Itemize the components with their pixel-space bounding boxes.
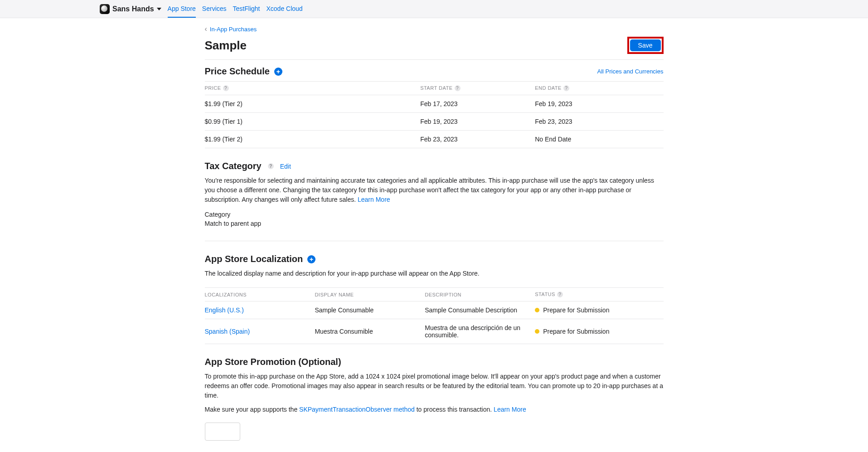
chevron-down-icon [157, 8, 161, 10]
start-cell: Feb 19, 2023 [420, 113, 535, 131]
table-row: $0.99 (Tier 1) Feb 19, 2023 Feb 23, 2023 [205, 113, 664, 131]
help-icon[interactable]: ? [223, 85, 229, 91]
display-header: DISPLAY NAME [315, 292, 354, 297]
promotion-support-text: Make sure your app supports the SKPaymen… [205, 405, 664, 414]
end-cell: No End Date [535, 131, 663, 148]
observer-method-link[interactable]: SKPaymentTransactionObserver method [299, 406, 415, 413]
localization-table: LOCALIZATIONS DISPLAY NAME DESCRIPTION S… [205, 287, 664, 344]
tax-learn-more-link[interactable]: Learn More [358, 196, 390, 203]
add-price-icon[interactable]: + [274, 68, 282, 76]
save-highlight-box: Save [627, 37, 664, 54]
add-localization-icon[interactable]: + [307, 255, 315, 263]
help-icon[interactable]: ? [268, 163, 274, 169]
end-cell: Feb 23, 2023 [535, 113, 663, 131]
table-row: Spanish (Spain) Muestra Consumible Muest… [205, 319, 664, 344]
app-icon [100, 4, 110, 14]
display-cell: Sample Consumable [315, 301, 425, 319]
loc-header: LOCALIZATIONS [205, 292, 247, 297]
tab-services[interactable]: Services [202, 0, 227, 18]
price-header: PRICE [205, 85, 221, 91]
price-cell: $1.99 (Tier 2) [205, 95, 421, 113]
all-prices-link[interactable]: All Prices and Currencies [597, 68, 664, 75]
nav-tabs: App Store Services TestFlight Xcode Clou… [168, 0, 303, 18]
table-row: $1.99 (Tier 2) Feb 17, 2023 Feb 19, 2023 [205, 95, 664, 113]
desc-header: DESCRIPTION [425, 292, 461, 297]
end-cell: Feb 19, 2023 [535, 95, 663, 113]
status-dot-icon [535, 329, 539, 334]
edit-tax-link[interactable]: Edit [280, 163, 291, 170]
help-icon[interactable]: ? [563, 85, 569, 91]
status-text: Prepare for Submission [543, 306, 609, 314]
app-name: Sans Hands [112, 5, 154, 13]
start-cell: Feb 17, 2023 [420, 95, 535, 113]
promo-image-upload[interactable] [205, 423, 240, 441]
tax-category-title: Tax Category [205, 161, 262, 171]
price-cell: $1.99 (Tier 2) [205, 131, 421, 148]
promotion-description: To promote this in-app purchase on the A… [205, 372, 664, 400]
end-date-header: END DATE [535, 85, 562, 91]
start-date-header: START DATE [420, 85, 452, 91]
chevron-left-icon: ‹ [205, 25, 207, 33]
promotion-title: App Store Promotion (Optional) [205, 357, 341, 367]
promotion-learn-more-link[interactable]: Learn More [494, 406, 526, 413]
price-schedule-table: PRICE? START DATE? END DATE? $1.99 (Tier… [205, 81, 664, 148]
top-navigation-bar: Sans Hands App Store Services TestFlight… [0, 0, 868, 18]
tab-xcode-cloud[interactable]: Xcode Cloud [266, 0, 302, 18]
tab-app-store[interactable]: App Store [168, 0, 196, 18]
divider [205, 241, 664, 241]
app-selector[interactable]: Sans Hands [100, 4, 161, 14]
category-label: Category [205, 211, 664, 218]
localization-title: App Store Localization [205, 254, 303, 264]
price-cell: $0.99 (Tier 1) [205, 113, 421, 131]
help-icon[interactable]: ? [557, 292, 563, 297]
breadcrumb[interactable]: ‹ In-App Purchases [205, 25, 664, 33]
tab-testflight[interactable]: TestFlight [233, 0, 260, 18]
category-value: Match to parent app [205, 220, 664, 227]
price-schedule-title: Price Schedule [205, 66, 270, 77]
desc-cell: Muestra de una descripción de un consumi… [425, 319, 535, 344]
table-row: English (U.S.) Sample Consumable Sample … [205, 301, 664, 319]
tax-description: You're responsible for selecting and mai… [205, 176, 664, 204]
breadcrumb-label: In-App Purchases [210, 26, 257, 33]
display-cell: Muestra Consumible [315, 319, 425, 344]
page-title: Sample [205, 39, 247, 53]
desc-cell: Sample Consumable Description [425, 301, 535, 319]
table-row: $1.99 (Tier 2) Feb 23, 2023 No End Date [205, 131, 664, 148]
locale-link[interactable]: Spanish (Spain) [205, 328, 250, 335]
help-icon[interactable]: ? [455, 85, 461, 91]
save-button[interactable]: Save [630, 39, 661, 51]
status-header: STATUS [535, 292, 555, 297]
locale-link[interactable]: English (U.S.) [205, 306, 244, 314]
status-dot-icon [535, 308, 539, 312]
status-text: Prepare for Submission [543, 328, 609, 335]
start-cell: Feb 23, 2023 [420, 131, 535, 148]
localization-description: The localized display name and descripti… [205, 269, 664, 278]
